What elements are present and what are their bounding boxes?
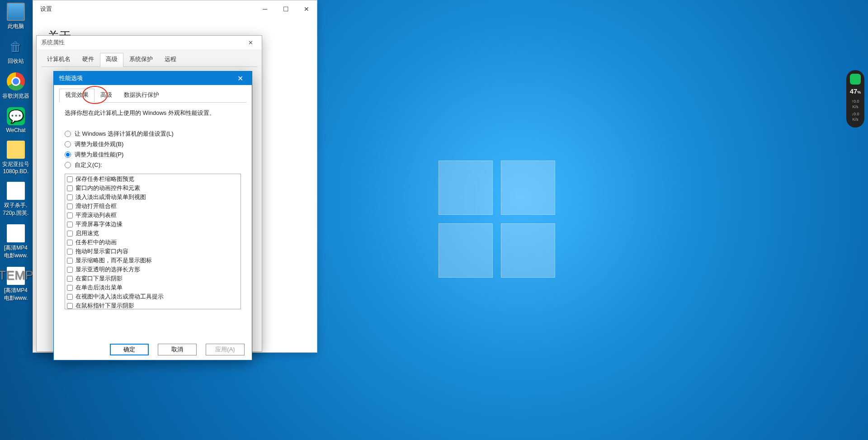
desktop-icon-chrome[interactable]: 谷歌浏览器 bbox=[0, 70, 32, 104]
perf-checkbox-1[interactable]: 窗口内的动画控件和元素 bbox=[67, 184, 239, 193]
perf-checkbox-12[interactable]: 在单击后淡出菜单 bbox=[67, 284, 239, 293]
perf-checkbox-8[interactable]: 拖动时显示窗口内容 bbox=[67, 247, 239, 256]
perf-title: 性能选项 bbox=[59, 74, 83, 82]
desktop-icon-file-2[interactable]: [高清MP4 电影www. bbox=[0, 222, 32, 264]
perf-checkbox-10[interactable]: 显示亚透明的选择长方形 bbox=[67, 265, 239, 274]
desktop-icon-wechat[interactable]: 💬WeChat bbox=[0, 104, 32, 138]
perf-checkbox-7[interactable]: 任务栏中的动画 bbox=[67, 238, 239, 247]
perf-checkbox-4[interactable]: 平滑滚动列表框 bbox=[67, 211, 239, 220]
sysprop-tabs: 计算机名 硬件 高级 系统保护 远程 bbox=[41, 53, 257, 67]
perf-radio-3[interactable]: 自定义(C): bbox=[65, 161, 241, 169]
desktop-icon-this-pc[interactable]: 此电脑 bbox=[0, 0, 32, 35]
sysprop-close-button[interactable]: ✕ bbox=[244, 39, 257, 46]
performance-options-dialog: 性能选项 ✕ 视觉效果 高级 数据执行保护 选择你想在此计算机上使用的 Wind… bbox=[53, 71, 252, 360]
desktop-icon-file-1[interactable]: 双子杀手. 720p.国英. bbox=[0, 179, 32, 222]
perf-checkbox-11[interactable]: 在窗口下显示阴影 bbox=[67, 274, 239, 284]
sysprop-titlebar[interactable]: 系统属性 ✕ bbox=[37, 36, 262, 49]
perf-checkbox-13[interactable]: 在视图中淡入淡出或滑动工具提示 bbox=[67, 293, 239, 302]
perf-tab-advanced[interactable]: 高级 bbox=[94, 89, 118, 102]
perf-close-button[interactable]: ✕ bbox=[234, 74, 246, 83]
perf-checkbox-6[interactable]: 启用速览 bbox=[67, 229, 239, 238]
desktop-icons: 此电脑 🗑回收站 谷歌浏览器 💬WeChat 安尼亚拉号 1080p.BD. 双… bbox=[0, 0, 32, 307]
perf-description: 选择你想在此计算机上使用的 Windows 外观和性能设置。 bbox=[65, 109, 241, 117]
minimize-button[interactable]: ─ bbox=[255, 0, 275, 18]
perf-tab-dep[interactable]: 数据执行保护 bbox=[118, 89, 165, 102]
perf-titlebar[interactable]: 性能选项 ✕ bbox=[54, 71, 252, 85]
perf-effects-list[interactable]: 保存任务栏缩略图预览窗口内的动画控件和元素淡入淡出或滑动菜单到视图滑动打开组合框… bbox=[65, 174, 241, 309]
desktop-wallpaper-logo bbox=[439, 161, 556, 278]
perf-checkbox-14[interactable]: 在鼠标指针下显示阴影 bbox=[67, 302, 239, 309]
network-speed-widget[interactable]: 47% ↑0.0K/s ↓0.0K/s bbox=[846, 70, 864, 128]
close-button[interactable]: ✕ bbox=[296, 0, 317, 18]
apply-button[interactable]: 应用(A) bbox=[206, 344, 245, 355]
tab-computer-name[interactable]: 计算机名 bbox=[41, 53, 76, 66]
desktop-icon-recycle-bin[interactable]: 🗑回收站 bbox=[0, 35, 32, 70]
tab-hardware[interactable]: 硬件 bbox=[76, 53, 100, 66]
perf-checkbox-3[interactable]: 滑动打开组合框 bbox=[67, 202, 239, 211]
desktop-icon-folder-1[interactable]: 安尼亚拉号 1080p.BD. bbox=[0, 138, 32, 179]
shield-icon bbox=[850, 74, 861, 85]
sysprop-title: 系统属性 bbox=[41, 38, 65, 47]
tab-advanced[interactable]: 高级 bbox=[100, 53, 123, 67]
settings-title: 设置 bbox=[40, 5, 52, 13]
desktop-icon-file-3[interactable]: TEMP[高清MP4 电影www. bbox=[0, 264, 32, 307]
cancel-button[interactable]: 取消 bbox=[158, 344, 197, 355]
perf-checkbox-5[interactable]: 平滑屏幕字体边缘 bbox=[67, 220, 239, 229]
perf-checkbox-2[interactable]: 淡入淡出或滑动菜单到视图 bbox=[67, 193, 239, 202]
perf-tabs: 视觉效果 高级 数据执行保护 bbox=[59, 89, 246, 103]
perf-checkbox-9[interactable]: 显示缩略图，而不是显示图标 bbox=[67, 256, 239, 265]
perf-radio-0[interactable]: 让 Windows 选择计算机的最佳设置(L) bbox=[65, 130, 241, 138]
ok-button[interactable]: 确定 bbox=[110, 344, 149, 355]
perf-tab-visual[interactable]: 视觉效果 bbox=[59, 89, 94, 103]
perf-radio-2[interactable]: 调整为最佳性能(P) bbox=[65, 151, 241, 159]
perf-radio-1[interactable]: 调整为最佳外观(B) bbox=[65, 140, 241, 148]
settings-titlebar[interactable]: 设置 ─ ☐ ✕ bbox=[33, 0, 317, 18]
tab-remote[interactable]: 远程 bbox=[159, 53, 182, 66]
maximize-button[interactable]: ☐ bbox=[275, 0, 296, 18]
tab-system-protection[interactable]: 系统保护 bbox=[123, 53, 159, 66]
perf-checkbox-0[interactable]: 保存任务栏缩略图预览 bbox=[67, 175, 239, 184]
